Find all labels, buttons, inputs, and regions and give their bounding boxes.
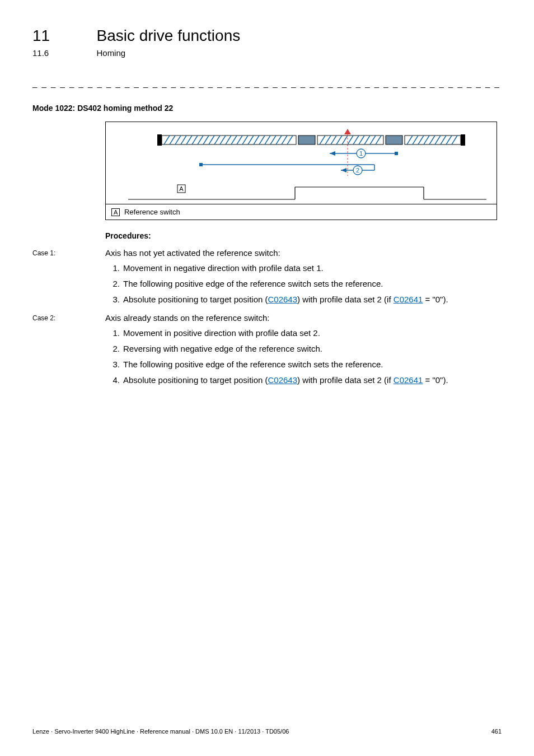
svg-rect-54 [395, 152, 398, 155]
svg-marker-50 [344, 129, 351, 134]
mode-heading: Mode 1022: DS402 homing method 22 [32, 104, 502, 113]
list-text: Absolute positioning to target position … [123, 293, 448, 306]
list-number: 4. [105, 374, 123, 386]
list-number: 1. [105, 327, 123, 339]
numbered-list: 1.Movement in negative direction with pr… [105, 262, 502, 305]
list-item: 2.The following positive edge of the ref… [105, 278, 502, 290]
code-link[interactable]: C02643 [268, 295, 298, 304]
list-number: 2. [105, 343, 123, 355]
svg-text:1: 1 [359, 150, 363, 157]
footer-left: Lenze · Servo-Inverter 9400 HighLine · R… [32, 728, 289, 735]
list-number: 2. [105, 278, 123, 290]
case-row: Case 1:Axis has not yet activated the re… [32, 248, 502, 258]
list-item: 3.Absolute positioning to target positio… [105, 293, 502, 306]
svg-rect-61 [199, 163, 203, 166]
section-title: Homing [96, 48, 125, 58]
list-text: Reversing with negative edge of the refe… [123, 343, 322, 355]
list-item: 2.Reversing with negative edge of the re… [105, 343, 502, 355]
svg-text:A: A [179, 185, 184, 192]
chapter-title: Basic drive functions [96, 27, 240, 45]
svg-rect-37 [386, 136, 402, 144]
numbered-list: 1.Movement in positive direction with pr… [105, 327, 502, 386]
case-row: Case 2:Axis already stands on the refere… [32, 313, 502, 323]
procedures-heading: Procedures: [105, 231, 502, 240]
list-item: 3.The following positive edge of the ref… [105, 358, 502, 371]
list-text: Movement in negative direction with prof… [123, 262, 324, 274]
figure: 1 2 A A Reference [105, 122, 497, 220]
list-item: 4.Absolute positioning to target positio… [105, 374, 502, 386]
legend-text: Reference switch [124, 208, 180, 216]
case-intro: Axis already stands on the reference swi… [105, 313, 269, 323]
code-link[interactable]: C02641 [394, 375, 423, 385]
svg-marker-60 [341, 168, 346, 172]
list-text: The following positive edge of the refer… [123, 278, 383, 290]
svg-rect-48 [157, 134, 162, 146]
list-number: 1. [105, 262, 123, 274]
case-intro: Axis has not yet activated the reference… [105, 248, 280, 258]
code-link[interactable]: C02641 [394, 295, 423, 304]
list-text: The following positive edge of the refer… [123, 358, 383, 371]
figure-legend: A Reference switch [106, 204, 496, 220]
list-item: 1.Movement in positive direction with pr… [105, 327, 502, 339]
chapter-number: 11 [32, 27, 94, 45]
section-header: 11.6 Homing [32, 48, 502, 58]
chapter-header: 11 Basic drive functions [32, 27, 502, 45]
list-item: 1.Movement in negative direction with pr… [105, 262, 502, 274]
svg-rect-24 [298, 136, 315, 144]
divider: _ _ _ _ _ _ _ _ _ _ _ _ _ _ _ _ _ _ _ _ … [32, 78, 502, 88]
page-footer: Lenze · Servo-Inverter 9400 HighLine · R… [32, 728, 502, 735]
footer-page-number: 461 [491, 728, 502, 735]
svg-rect-49 [461, 134, 465, 146]
case-label: Case 1: [32, 248, 105, 258]
homing-diagram: 1 2 A [106, 122, 496, 204]
section-number: 11.6 [32, 48, 94, 58]
legend-tag: A [111, 208, 120, 216]
list-text: Movement in positive direction with prof… [123, 327, 320, 339]
case-label: Case 2: [32, 313, 105, 323]
code-link[interactable]: C02643 [268, 375, 298, 385]
list-text: Absolute positioning to target position … [123, 374, 448, 386]
list-number: 3. [105, 358, 123, 371]
svg-marker-53 [330, 151, 335, 156]
svg-text:2: 2 [356, 167, 359, 174]
list-number: 3. [105, 293, 123, 306]
